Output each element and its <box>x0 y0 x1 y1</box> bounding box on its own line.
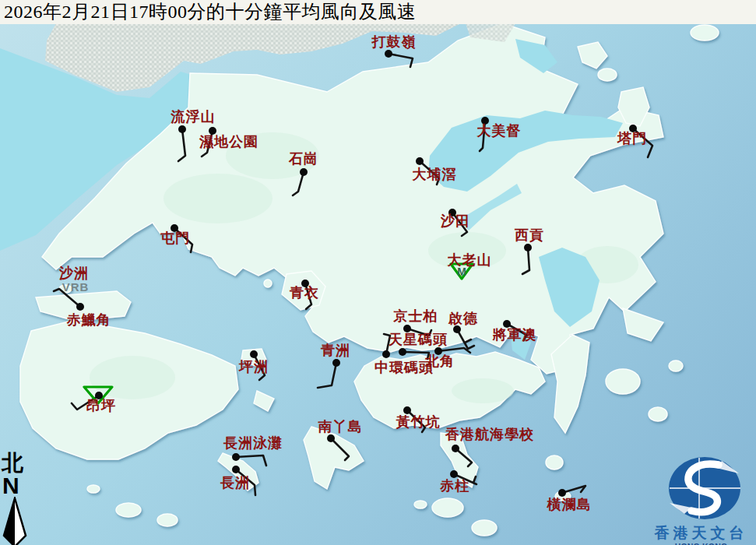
hko-logo-name-zh: 香港天文台 <box>646 525 756 542</box>
tai-po-kau-wind-barb <box>420 161 439 185</box>
wetland-park-station-dot[interactable] <box>209 127 216 135</box>
waglan-island-station-dot[interactable] <box>558 489 566 497</box>
tai-mei-tuk-station-dot[interactable] <box>481 117 489 125</box>
tai-po-kau-station-dot[interactable] <box>416 157 424 165</box>
north-point-station-dot[interactable] <box>434 347 442 355</box>
star-ferry-pier-wind-barb <box>403 352 429 359</box>
sai-kung-wind-barb <box>522 248 529 274</box>
north-arrow-icon <box>2 497 30 545</box>
lau-fau-shan-station-dot[interactable] <box>178 125 186 133</box>
peng-chau-station-dot[interactable] <box>250 350 258 358</box>
wetland-park-wind-barb <box>202 131 213 156</box>
lau-fau-shan-wind-barb <box>178 129 185 161</box>
tai-mei-tuk-wind-barb <box>480 121 485 151</box>
shek-kong-station-dot[interactable] <box>300 168 308 176</box>
tuen-mun-wind-barb <box>174 228 192 252</box>
green-island-station-dot[interactable] <box>332 359 340 367</box>
sha-tin-station-dot[interactable] <box>448 209 456 216</box>
tuen-mun-station-dot[interactable] <box>171 224 178 232</box>
ngong-ping-station-dot[interactable] <box>95 392 103 399</box>
tsing-yi-wind-barb <box>305 283 311 309</box>
peng-chau-wind-barb <box>254 354 265 380</box>
kings-park-station-dot[interactable] <box>403 325 411 332</box>
hko-logo-name-en: HONG KONG OBSERVATORY <box>646 542 756 545</box>
cheung-chau-beach-wind-barb <box>236 455 266 466</box>
ta-kwu-ling-station-dot[interactable] <box>385 50 392 58</box>
wind-map-page: M 打鼓嶺流浮山濕地公園石崗大美督塔門大埔滘沙田西貢大老山沙洲VRB赤鱲角屯門青… <box>0 0 756 545</box>
map-title: 2026年2月21日17時00分的十分鐘平均風向及風速 <box>0 0 756 24</box>
tap-mun-wind-barb <box>633 128 652 157</box>
tseung-kwan-o-station-dot[interactable] <box>503 320 511 328</box>
compass-north-letter: N <box>2 475 33 497</box>
cheung-chau-wind-barb <box>236 469 255 495</box>
station-layer: M <box>0 0 756 545</box>
sha-tin-wind-barb <box>452 213 467 236</box>
sai-kung-station-dot[interactable] <box>524 244 532 251</box>
wong-chuk-hang-wind-barb <box>407 410 425 432</box>
tap-mun-station-dot[interactable] <box>629 125 637 132</box>
stanley-wind-barb <box>473 476 476 483</box>
hk-sea-school-station-dot[interactable] <box>452 445 459 452</box>
chek-lap-kok-wind-barb <box>54 289 80 307</box>
hko-logo-icon <box>646 452 756 520</box>
kai-tak-station-dot[interactable] <box>453 325 461 333</box>
hko-logo: 香港天文台 HONG KONG OBSERVATORY <box>646 452 756 545</box>
cheung-chau-station-dot[interactable] <box>232 466 240 473</box>
tates-cairn-m-flag: M <box>457 265 466 278</box>
lamma-island-station-dot[interactable] <box>327 434 335 442</box>
cheung-chau-beach-station-dot[interactable] <box>232 453 240 461</box>
wong-chuk-hang-station-dot[interactable] <box>403 406 411 414</box>
green-island-wind-barb <box>318 363 336 388</box>
star-ferry-pier-station-dot[interactable] <box>399 348 406 356</box>
north-compass: 北 N <box>2 452 33 545</box>
lamma-island-wind-barb <box>331 438 349 460</box>
stanley-station-dot[interactable] <box>450 470 458 478</box>
chek-lap-kok-station-dot[interactable] <box>76 303 84 311</box>
compass-north-hanzi: 北 <box>2 452 33 475</box>
central-pier-station-dot[interactable] <box>382 350 390 358</box>
ta-kwu-ling-wind-barb <box>389 54 413 67</box>
tsing-yi-station-dot[interactable] <box>301 280 309 287</box>
north-point-wind-barb <box>438 348 470 353</box>
kai-tak-wind-barb <box>465 339 471 343</box>
